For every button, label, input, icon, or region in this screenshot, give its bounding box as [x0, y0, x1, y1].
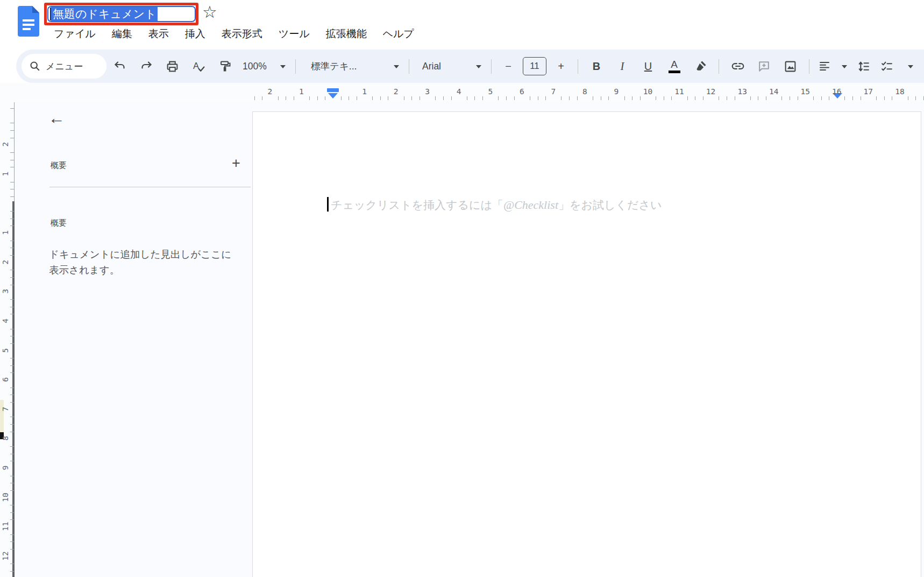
toolbar-divider — [719, 59, 719, 74]
menu-item-edit[interactable]: 編集 — [112, 27, 132, 41]
paragraph-style-select[interactable]: 標準テキ... — [301, 54, 403, 79]
ruler-tick — [10, 285, 14, 285]
ruler-tick — [286, 96, 286, 100]
ruler-tick — [278, 96, 279, 100]
ruler-tick — [892, 96, 892, 100]
ruler-tick — [294, 96, 294, 100]
insert-image-button[interactable] — [777, 54, 804, 79]
ruler-number: 3 — [1, 282, 10, 301]
ruler-number: 17 — [857, 87, 879, 96]
ruler-tick — [530, 96, 530, 100]
outline-empty-message: ドキュメントに追加した見出しがここに表示されます。 — [49, 247, 238, 278]
ruler-tick — [474, 96, 475, 100]
search-menus-button[interactable]: メニュー — [22, 54, 106, 79]
ruler-tick — [404, 96, 404, 100]
ruler-tick — [593, 96, 593, 100]
menu-item-tools[interactable]: ツール — [279, 27, 310, 41]
checklist-button[interactable] — [877, 54, 916, 79]
ruler-tick — [561, 96, 561, 100]
ruler-number: 15 — [794, 87, 816, 96]
ruler-tick — [821, 96, 822, 100]
ruler-number: 18 — [889, 87, 911, 96]
italic-button[interactable]: I — [609, 54, 635, 79]
underline-button[interactable]: U — [635, 54, 661, 79]
ruler-tick — [569, 96, 570, 100]
redo-button[interactable] — [133, 54, 159, 79]
ruler-tick — [545, 96, 546, 100]
ruler-number: 14 — [763, 87, 785, 96]
ruler-number: 7 — [1, 399, 10, 419]
add-heading-icon[interactable]: + — [232, 155, 240, 172]
insert-link-button[interactable] — [724, 54, 751, 79]
increase-font-size-button[interactable]: + — [550, 54, 572, 79]
ruler-tick — [829, 96, 829, 100]
bulleted-list-button[interactable] — [916, 54, 924, 79]
ruler-number: 2 — [1, 135, 10, 154]
zoom-select[interactable]: 100% — [238, 54, 290, 79]
line-spacing-button[interactable] — [850, 54, 877, 79]
ruler-tick — [10, 189, 14, 189]
add-comment-icon — [757, 60, 771, 73]
font-family-select[interactable]: Arial — [415, 54, 486, 79]
ruler-tick — [10, 182, 14, 182]
left-indent-marker[interactable] — [328, 93, 338, 98]
ruler-tick — [420, 96, 420, 100]
ruler-tick — [443, 96, 444, 100]
ruler-tick — [758, 96, 758, 100]
ruler-tick — [695, 96, 695, 100]
menu-item-extensions[interactable]: 拡張機能 — [326, 27, 367, 41]
ruler-tick — [10, 388, 14, 388]
ruler-tick — [10, 307, 14, 307]
ruler-number: 3 — [417, 87, 438, 96]
text-cursor — [327, 197, 329, 212]
undo-button[interactable] — [106, 54, 133, 79]
menu-item-insert[interactable]: 挿入 — [185, 27, 205, 41]
ruler-tick — [349, 96, 349, 100]
star-icon[interactable]: ☆ — [202, 3, 217, 22]
ruler-number: 4 — [448, 87, 470, 96]
ruler-tick — [467, 96, 467, 100]
ruler-tick — [687, 96, 688, 100]
paint-format-button[interactable] — [212, 54, 238, 79]
text-color-icon: A — [662, 59, 687, 73]
close-outline-icon[interactable]: ← — [48, 110, 65, 127]
ruler-tick — [10, 343, 14, 344]
link-icon — [731, 59, 745, 73]
outline-section-heading: 概要 — [51, 218, 67, 228]
chevron-down-icon — [842, 65, 847, 71]
document-canvas: ← 概要 + 概要 ドキュメントに追加した見出しがここに表示されます。 チェック… — [0, 102, 924, 577]
menu-item-view[interactable]: 表示 — [148, 27, 169, 41]
ruler-tick — [10, 241, 14, 241]
ruler-tick — [727, 96, 727, 100]
google-docs-logo-icon[interactable] — [18, 6, 39, 37]
ruler-tick — [10, 211, 14, 212]
ruler-tick — [10, 160, 14, 160]
first-line-indent-marker[interactable] — [327, 88, 339, 92]
ruler-number: 16 — [826, 87, 848, 96]
ruler-tick — [664, 96, 664, 100]
text-color-button[interactable]: A — [661, 54, 687, 79]
align-button[interactable] — [815, 54, 850, 79]
ruler-number: 5 — [1, 341, 10, 360]
font-size-input[interactable]: 11 — [523, 57, 546, 75]
chevron-down-icon — [280, 65, 286, 71]
menu-item-file[interactable]: ファイル — [54, 27, 96, 41]
add-comment-button[interactable] — [751, 54, 777, 79]
ruler-tick — [482, 96, 483, 100]
ruler-tick — [10, 365, 14, 366]
bold-button[interactable]: B — [584, 54, 609, 79]
highlight-color-button[interactable] — [687, 54, 713, 79]
menu-item-help[interactable]: ヘルプ — [383, 27, 414, 41]
line-spacing-icon — [857, 60, 870, 73]
document-title-input[interactable]: 無題のドキュメント — [47, 6, 196, 22]
ruler-tick — [10, 314, 14, 314]
search-icon — [29, 60, 41, 72]
document-page[interactable]: チェックリストを挿入するには「@Checklist」をお試しください — [252, 111, 921, 577]
ruler-tick — [10, 512, 14, 513]
print-button[interactable] — [159, 54, 186, 79]
spell-check-button[interactable]: A — [186, 54, 212, 79]
menu-item-format[interactable]: 表示形式 — [222, 27, 262, 41]
ruler-tick — [357, 96, 357, 100]
print-icon — [166, 60, 179, 73]
decrease-font-size-button[interactable]: − — [497, 54, 520, 79]
